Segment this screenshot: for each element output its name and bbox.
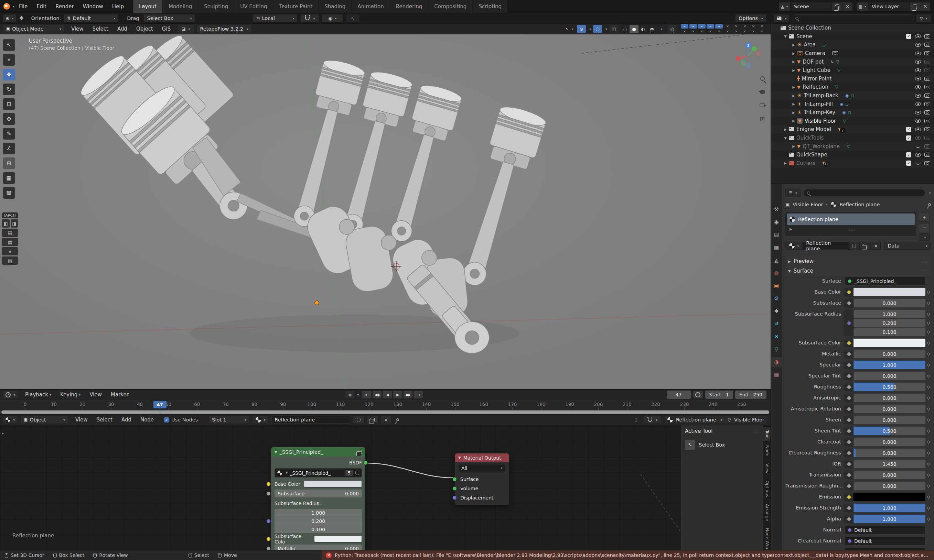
material-browse-button[interactable]: ▾ (252, 415, 269, 424)
qcd-slot-1[interactable]: – (681, 24, 688, 29)
shader-menu-view[interactable]: View (71, 417, 92, 423)
socket-button[interactable] (845, 515, 854, 523)
hide-eye-toggle[interactable] (915, 43, 921, 47)
properties-tab-particles[interactable]: ✱ (771, 306, 781, 316)
jarch-button-6[interactable]: ▧ (2, 257, 18, 265)
render-visibility-toggle[interactable] (924, 77, 930, 81)
node-row-subsurface[interactable]: Subsurface0.000 (274, 489, 362, 497)
qcd-slot-18[interactable]: ✕ (741, 29, 749, 34)
param-link-field[interactable]: Default (845, 526, 925, 534)
animate-decorator[interactable] (925, 449, 932, 457)
stopwatch-button[interactable] (693, 391, 703, 399)
npanel-tab-tool[interactable]: Tool (763, 427, 771, 441)
jarch-button-1[interactable]: ◧ (2, 219, 10, 228)
scene-icon[interactable]: ◭▾ (779, 2, 791, 11)
overlays-chevron-icon[interactable]: ▾ (606, 27, 607, 31)
properties-tab-render[interactable]: ◉ (771, 217, 781, 227)
shader-snap-toggle[interactable]: ▾ (643, 415, 661, 424)
render-visibility-toggle-disabled[interactable] (924, 60, 930, 64)
socket-button[interactable] (845, 482, 854, 490)
render-visibility-toggle[interactable] (924, 102, 930, 106)
workspace-tab-scripting[interactable]: Scripting (473, 0, 508, 13)
param-slider[interactable]: 0.000 (854, 394, 925, 402)
animate-decorator[interactable] (925, 415, 932, 424)
properties-tab-constraints[interactable]: ⊗ (771, 332, 781, 342)
socket-button[interactable] (845, 460, 854, 468)
material-copy-button[interactable] (860, 242, 871, 250)
menu-window[interactable]: Window (79, 3, 108, 10)
param-slider[interactable]: 0.000 (854, 438, 925, 446)
workspace-tab-shading[interactable]: Shading (319, 0, 351, 13)
slot-specials-button[interactable]: ▾ (919, 234, 930, 241)
properties-tab-texture[interactable]: ▨ (771, 370, 781, 380)
timeline-ruler[interactable]: 0102030405060708090100110120130140150160… (0, 400, 771, 410)
tool-move[interactable]: ✥ (3, 69, 15, 80)
param-link-field[interactable]: Default (845, 537, 925, 545)
timeline-menu-view[interactable]: View (85, 392, 106, 398)
param-link-field[interactable]: Default (845, 548, 925, 550)
render-visibility-toggle[interactable] (924, 94, 930, 98)
outliner-search-input[interactable] (792, 14, 914, 22)
param-slider[interactable]: 0.500 (854, 427, 925, 435)
animate-decorator[interactable] (925, 492, 932, 501)
npanel-tab-options[interactable]: Options (763, 478, 771, 500)
tool-annotate[interactable]: ✎ (3, 128, 15, 140)
slot-expand-icon[interactable]: ▶ (789, 228, 792, 231)
visibility-checkbox[interactable]: ✓ (906, 160, 911, 166)
socket-button[interactable] (845, 338, 854, 347)
node-material-field[interactable]: ▾ _SSGI_Principled_ 5 (274, 468, 362, 477)
tool-select-box[interactable]: ↖ (3, 39, 15, 51)
data-dropdown[interactable]: Data▾ (884, 242, 931, 250)
pin-icon[interactable] (396, 418, 400, 422)
render-visibility-toggle[interactable] (924, 51, 930, 55)
properties-tab-physics[interactable]: ↺ (771, 319, 781, 329)
viewport-menu-add[interactable]: Add (113, 26, 132, 32)
npanel-tab-node-wra[interactable]: Node Wra (763, 525, 771, 550)
qcd-slot-15[interactable]: ✕ (715, 29, 723, 34)
disclosure-icon[interactable]: ▶ (790, 102, 797, 106)
view-layer-icon[interactable]: ▦▾ (857, 2, 868, 11)
material-copy-button[interactable] (367, 415, 378, 424)
param-node-field[interactable]: _SSGI_Principled_ (845, 277, 925, 285)
shading-material-button[interactable]: ◐ (638, 25, 647, 33)
npanel-header[interactable]: Active Tool (685, 428, 712, 434)
outliner-row-camera[interactable]: ▶Camera (771, 49, 934, 58)
input-socket[interactable] (452, 486, 457, 491)
material-unlink-button[interactable]: ✕ (381, 415, 391, 424)
qcd-slot-12[interactable]: ✕ (689, 29, 697, 34)
outliner-row-trilamp-back[interactable]: ▶☀TriLamp-Back◉◻ (771, 91, 934, 100)
tool-extra-tool-2[interactable]: ▩ (3, 187, 15, 199)
node-vector-value[interactable]: 0.200 (274, 517, 362, 525)
prev-keyframe-button[interactable]: ◀◆ (373, 391, 382, 398)
workspace-tab-uv-editing[interactable]: UV Editing (234, 0, 273, 13)
hide-eye-toggle[interactable] (915, 102, 921, 106)
xray-toggle[interactable]: ◫ (609, 25, 618, 33)
outliner-row-scene-collection[interactable]: Scene Collection (771, 24, 934, 32)
render-visibility-toggle-disabled[interactable] (924, 136, 930, 140)
slot-dropdown[interactable]: Slot 1▾ (208, 415, 250, 424)
disclosure-icon[interactable]: ▼ (782, 34, 789, 38)
color-swatch[interactable] (314, 535, 362, 543)
hide-eye-toggle[interactable] (915, 128, 921, 131)
menu-edit[interactable]: Edit (32, 3, 51, 10)
hide-eye-toggle[interactable] (915, 136, 921, 140)
bsdf-output-socket[interactable] (363, 460, 368, 465)
next-keyframe-button[interactable]: ◆▶ (404, 391, 413, 398)
socket-button[interactable] (845, 310, 854, 336)
pivot-dropdown[interactable]: ⇆Local▾ (253, 14, 297, 22)
scene-copy-button[interactable] (832, 2, 842, 11)
visibility-checkbox[interactable]: ✓ (906, 152, 911, 157)
socket-button[interactable] (845, 438, 854, 446)
node-vector-value[interactable]: 0.100 (274, 525, 362, 533)
disclosure-icon[interactable]: ▶ (790, 145, 797, 148)
hide-eye-toggle[interactable] (915, 85, 921, 89)
properties-search-input[interactable] (803, 189, 925, 197)
user-count[interactable]: 5 (345, 470, 353, 476)
scene-unlink-button[interactable]: ✕ (842, 2, 852, 11)
input-socket[interactable] (452, 495, 457, 500)
socket-button[interactable] (845, 383, 854, 391)
qcd-slot-6[interactable]: ✕ (724, 24, 731, 29)
socket-button[interactable] (845, 372, 854, 380)
mode-dropdown[interactable]: ▣Object Mode▾ (3, 25, 65, 33)
snap-toggle-button[interactable]: ▾ (301, 14, 319, 22)
